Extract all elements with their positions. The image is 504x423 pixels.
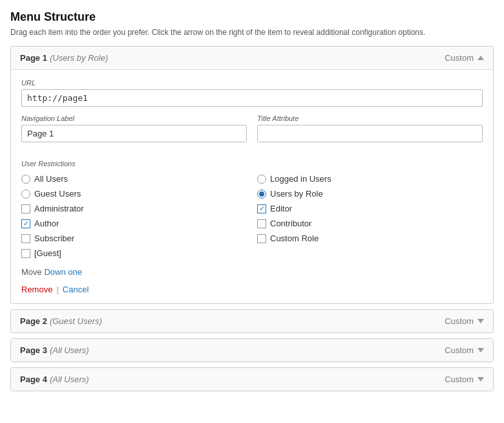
item-label-page3: Page 3: [20, 345, 47, 355]
nav-title-row: Navigation LabelTitle Attribute: [21, 114, 483, 142]
move-line: Move Down one: [21, 267, 483, 277]
restriction-label: [Guest]: [34, 248, 61, 258]
nav-label-label: Navigation Label: [21, 114, 247, 122]
restriction-label: Subscriber: [34, 233, 74, 243]
radio-indicator[interactable]: [21, 190, 30, 199]
restriction-guest[interactable]: [Guest]: [21, 247, 247, 259]
checkbox-indicator[interactable]: [21, 219, 30, 228]
restriction-logged-in-users[interactable]: Logged in Users: [257, 173, 483, 185]
page-title: Menu Structure: [10, 10, 494, 24]
checkbox-indicator[interactable]: [257, 234, 266, 243]
item-arrow-page1[interactable]: [478, 56, 484, 60]
menu-item-page4: Page 4(All Users)Custom: [10, 367, 494, 391]
item-title-page4: Page 4(All Users): [20, 374, 89, 384]
restriction-guest-users[interactable]: Guest Users: [21, 188, 247, 200]
item-right-page3: Custom: [445, 345, 484, 355]
move-down-link[interactable]: Down one: [44, 267, 82, 277]
menu-item-header-page1[interactable]: Page 1(Users by Role)Custom: [11, 47, 493, 70]
item-subtitle-page4: (All Users): [50, 374, 89, 384]
menu-item-page3: Page 3(All Users)Custom: [10, 338, 494, 362]
item-body-page1: URLNavigation LabelTitle AttributeUser R…: [11, 70, 493, 303]
restriction-custom-role[interactable]: Custom Role: [257, 232, 483, 244]
item-title-page1: Page 1(Users by Role): [20, 53, 108, 63]
title-attr-input[interactable]: [257, 125, 483, 142]
restriction-editor[interactable]: Editor: [257, 202, 483, 215]
item-subtitle-page3: (All Users): [50, 345, 89, 355]
checkbox-indicator[interactable]: [21, 249, 30, 258]
action-separator: |: [56, 285, 58, 294]
checkbox-indicator[interactable]: [21, 234, 30, 243]
item-label-page1: Page 1: [20, 53, 47, 63]
restriction-all-users[interactable]: All Users: [21, 173, 247, 185]
radio-indicator[interactable]: [257, 190, 266, 199]
item-label-page4: Page 4: [20, 374, 47, 384]
item-subtitle-page2: (Guest Users): [50, 316, 102, 326]
nav-label-input[interactable]: [21, 125, 247, 142]
cancel-link[interactable]: Cancel: [63, 285, 89, 294]
action-line: Remove|Cancel: [21, 285, 483, 294]
restriction-label: Editor: [270, 204, 292, 213]
restriction-contributor[interactable]: Contributor: [257, 217, 483, 230]
checkbox-indicator[interactable]: [21, 204, 30, 213]
radio-indicator[interactable]: [257, 175, 266, 184]
title-attr-label: Title Attribute: [257, 114, 483, 122]
restriction-label: Users by Role: [270, 189, 323, 199]
menu-item-header-page4[interactable]: Page 4(All Users)Custom: [11, 368, 493, 391]
item-badge-page2: Custom: [445, 316, 474, 326]
checkbox-indicator[interactable]: [257, 204, 266, 213]
url-label: URL: [21, 79, 483, 87]
restriction-label: Administrator: [34, 204, 84, 213]
restriction-administrator[interactable]: Administrator: [21, 202, 247, 215]
item-badge-page1: Custom: [445, 53, 474, 63]
restriction-label: Guest Users: [34, 189, 81, 199]
restriction-author[interactable]: Author: [21, 217, 247, 230]
restriction-label: Custom Role: [270, 233, 319, 243]
item-right-page4: Custom: [445, 374, 484, 384]
restriction-label: All Users: [34, 174, 68, 184]
restriction-label: Logged in Users: [270, 174, 331, 184]
item-arrow-page2[interactable]: [478, 319, 484, 323]
item-right-page2: Custom: [445, 316, 484, 326]
item-arrow-page3[interactable]: [478, 348, 484, 352]
remove-link[interactable]: Remove: [21, 285, 52, 294]
page-subtitle: Drag each item into the order you prefer…: [10, 28, 494, 37]
menu-item-header-page2[interactable]: Page 2(Guest Users)Custom: [11, 310, 493, 332]
restriction-subscriber[interactable]: Subscriber: [21, 232, 247, 244]
item-label-page2: Page 2: [20, 316, 47, 326]
radio-indicator[interactable]: [21, 175, 30, 184]
item-right-page1: Custom: [445, 53, 484, 63]
restrictions-label: User Restrictions: [21, 160, 483, 168]
menu-item-page1: Page 1(Users by Role)CustomURLNavigation…: [10, 46, 494, 304]
item-title-page2: Page 2(Guest Users): [20, 316, 102, 326]
restriction-users-by-role[interactable]: Users by Role: [257, 188, 483, 200]
checkbox-indicator[interactable]: [257, 219, 266, 228]
restriction-label: Contributor: [270, 219, 311, 228]
item-arrow-page4[interactable]: [478, 377, 484, 382]
menu-item-page2: Page 2(Guest Users)Custom: [10, 309, 494, 333]
url-input[interactable]: [21, 89, 483, 107]
item-title-page3: Page 3(All Users): [20, 345, 89, 355]
item-subtitle-page1: (Users by Role): [50, 53, 108, 63]
restriction-label: Author: [34, 219, 59, 228]
menu-item-header-page3[interactable]: Page 3(All Users)Custom: [11, 339, 493, 362]
item-badge-page4: Custom: [445, 374, 474, 384]
item-badge-page3: Custom: [445, 345, 474, 355]
restrictions-grid: All UsersLogged in UsersGuest UsersUsers…: [21, 173, 483, 259]
